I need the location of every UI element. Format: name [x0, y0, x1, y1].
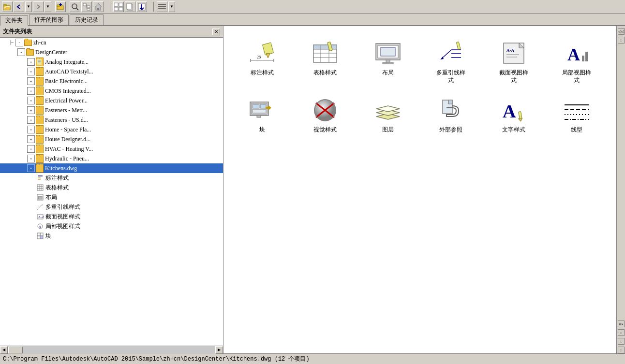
tree-item-electrical[interactable]: + Electrical Power... — [0, 96, 223, 105]
tree-label-layout: 布局 — [45, 193, 57, 202]
tree-item-basic-elec[interactable]: + Basic Electronic... — [0, 76, 223, 86]
icon-visual-style[interactable]: 视觉样式 — [296, 93, 354, 138]
forward-btn[interactable] — [33, 1, 44, 12]
panel-title: 文件夹列表 — [3, 28, 32, 36]
status-text: C:\Program Files\Autodesk\AutoCAD 2015\S… — [3, 355, 310, 363]
expand-designcenter[interactable]: - — [17, 48, 25, 56]
tab-open-drawings[interactable]: 打开的图形 — [29, 15, 69, 25]
expand-zh-cn[interactable]: - — [15, 39, 23, 46]
tree-item-zh-cn[interactable]: - zh-cn — [0, 38, 223, 47]
icon-dim-style[interactable]: 28 标注样式 — [233, 36, 291, 88]
icon-block[interactable]: 块 — [233, 93, 291, 138]
tree-item-layout[interactable]: 布局 — [0, 192, 223, 202]
up-btn[interactable] — [55, 1, 66, 12]
strip-btn-5[interactable]: ↕ — [618, 338, 625, 345]
tree-label-fasteners-us: Fasteners - US.d... — [45, 116, 88, 124]
expand-house-designer[interactable]: + — [27, 135, 35, 143]
forward-dropdown[interactable]: ▼ — [45, 1, 51, 12]
scroll-right-btn[interactable]: ▶ — [215, 346, 223, 354]
tree-item-fasteners-met[interactable]: + Fasteners - Metr... — [0, 105, 223, 115]
visual-style-icon — [311, 98, 339, 122]
icon-text-style[interactable]: A 文字样式 — [485, 93, 543, 138]
svg-rect-16 — [119, 7, 123, 11]
expand-basic-elec[interactable]: + — [27, 77, 35, 85]
expand-home-space[interactable]: + — [27, 126, 35, 133]
tree-item-designcenter[interactable]: - DesignCenter — [0, 47, 223, 57]
home-btn[interactable] — [93, 1, 104, 12]
tree-item-block[interactable]: 块 — [0, 231, 223, 241]
back-dropdown[interactable]: ▼ — [25, 1, 32, 12]
tree-label-electrical: Electrical Power... — [45, 97, 88, 104]
strip-btn-6[interactable]: ↕ — [618, 347, 625, 353]
tree-label-table-style: 表格样式 — [45, 184, 69, 192]
views-dropdown[interactable]: ▼ — [168, 1, 175, 12]
strip-btn-1[interactable]: ◁◁ — [618, 28, 625, 35]
text-style-icon: A — [500, 98, 528, 122]
icon-mleader-style[interactable]: 多重引线样式 — [422, 36, 480, 88]
tree-area[interactable]: - zh-cn - DesignCenter + — [0, 38, 223, 346]
strip-btn-4[interactable]: ↕ — [618, 329, 625, 336]
icon-linetype[interactable]: 线型 — [548, 93, 606, 138]
search-btn[interactable] — [70, 1, 80, 12]
icon-layout[interactable]: 布局 — [359, 36, 417, 88]
status-bar: C:\Program Files\Autodesk\AutoCAD 2015\S… — [0, 353, 625, 364]
expand-hydraulic[interactable]: + — [27, 155, 35, 162]
tree-item-analog[interactable]: + Analog Integrate... — [0, 57, 223, 67]
scroll-thumb[interactable] — [8, 347, 23, 353]
icon-table-style[interactable]: 表格样式 — [296, 36, 354, 88]
scroll-track[interactable] — [8, 346, 215, 354]
tree-item-table-style[interactable]: 表格样式 — [0, 183, 223, 192]
icon-xref[interactable]: 外部参照 — [422, 93, 480, 138]
svg-marker-57 — [266, 54, 270, 58]
tree-item-house-designer[interactable]: + House Designer.d... — [0, 134, 223, 144]
tab-history[interactable]: 历史记录 — [70, 15, 104, 25]
icon-layer[interactable]: 图层 — [359, 93, 417, 138]
h-scrollbar[interactable]: ◀ ▶ — [0, 346, 223, 353]
tree-item-section-view[interactable]: A-A 截面视图样式 — [0, 212, 223, 221]
tree-item-cmos[interactable]: + CMOS Integrated... — [0, 86, 223, 96]
insert-btn[interactable] — [136, 1, 147, 12]
icon-label-mleader-style: 多重引线样式 — [436, 69, 465, 84]
tree-item-fasteners-us[interactable]: + Fasteners - US.d... — [0, 115, 223, 125]
tree-item-dim-style[interactable]: 标注样式 — [0, 173, 223, 183]
panel-close-btn[interactable]: ✕ — [212, 29, 220, 35]
strip-btn-2[interactable]: ↕ — [618, 37, 625, 44]
open-folder-btn[interactable] — [2, 1, 13, 12]
preview-btn[interactable] — [113, 1, 124, 12]
strip-btn-3[interactable]: ✕✕ — [618, 320, 625, 327]
views-btn[interactable] — [157, 1, 167, 12]
scroll-left-btn[interactable]: ◀ — [0, 346, 8, 354]
linetype-icon — [563, 98, 591, 122]
tab-folder[interactable]: 文件夹 — [0, 15, 28, 26]
tree-label-house-designer: House Designer.d... — [45, 136, 90, 143]
tree-label-fasteners-met: Fasteners - Metr... — [45, 107, 87, 114]
expand-electrical[interactable]: + — [27, 97, 35, 104]
tree-item-autocad-text[interactable]: + AutoCAD Textstyl... — [0, 67, 223, 76]
expand-analog[interactable]: + — [27, 58, 35, 66]
icon-detail-view-style[interactable]: A 局部视图样式 — [548, 36, 606, 88]
tree-btn[interactable] — [81, 1, 92, 12]
expand-hvac[interactable]: + — [27, 145, 35, 153]
expand-fasteners-met[interactable]: + — [27, 106, 35, 114]
expand-fasteners-us[interactable]: + — [27, 116, 35, 124]
tree-label-autocad-text: AutoCAD Textstyl... — [45, 68, 93, 75]
icon-section-view-style[interactable]: A-A 截面视图样式 — [485, 36, 543, 88]
tree-item-detail-view[interactable]: A 局部视图样式 — [0, 221, 223, 231]
copy-btn[interactable] — [125, 1, 135, 12]
tree-item-hydraulic[interactable]: + Hydraulic - Pneu... — [0, 154, 223, 163]
tree-item-home-space[interactable]: + Home - Space Pla... — [0, 125, 223, 134]
expand-autocad-text[interactable]: + — [27, 68, 35, 75]
right-panel: 28 标注样式 — [223, 26, 625, 353]
tree-item-mleader-style[interactable]: 多重引线样式 — [0, 202, 223, 212]
back-btn[interactable] — [14, 1, 24, 12]
expand-cmos[interactable]: + — [27, 87, 35, 95]
tree-label-designcenter: DesignCenter — [35, 49, 67, 56]
expand-kitchens[interactable]: - — [27, 164, 35, 172]
svg-point-4 — [72, 4, 77, 9]
icon-label-dim-style: 标注样式 — [251, 69, 274, 77]
tree-item-hvac[interactable]: + HVAC - Heating V... — [0, 144, 223, 154]
svg-text:28: 28 — [257, 55, 261, 59]
tree-item-kitchens[interactable]: - Kitchens.dwg — [0, 163, 223, 173]
svg-marker-101 — [448, 100, 452, 104]
svg-rect-14 — [114, 7, 118, 11]
